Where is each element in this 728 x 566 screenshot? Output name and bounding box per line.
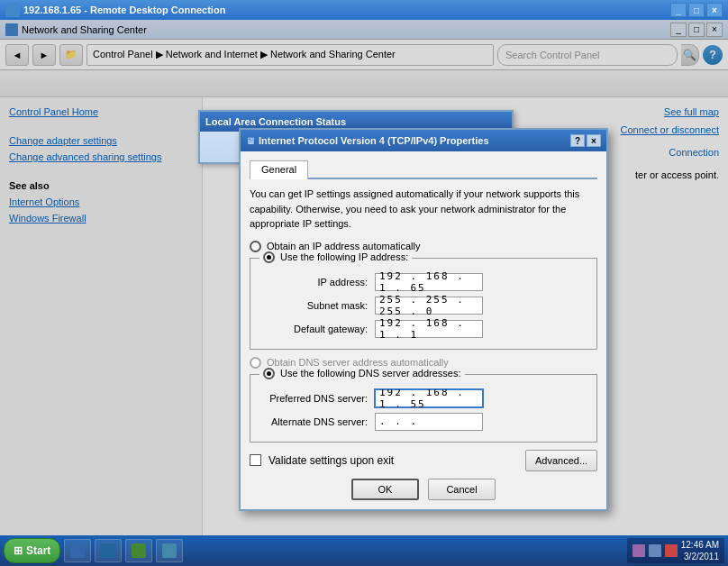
cancel-btn[interactable]: Cancel [428, 479, 496, 500]
tcpip-titlebar: 🖥 Internet Protocol Version 4 (TCP/IPv4)… [241, 130, 606, 151]
radio-manual-dns[interactable]: Use the following DNS server addresses: [263, 368, 461, 379]
alternate-dns-label: Alternate DNS server: [258, 416, 375, 427]
taskbar-item-1[interactable] [95, 539, 122, 562]
ok-btn[interactable]: OK [351, 479, 419, 500]
system-clock: 12:46 AM 3/2/2011 [681, 539, 719, 562]
rdp-title: 192.168.1.65 - Remote Desktop Connection [23, 5, 225, 15]
tcpip-dialog: 🖥 Internet Protocol Version 4 (TCP/IPv4)… [239, 128, 608, 511]
subnet-input[interactable]: 255 . 255 . 255 . 0 [375, 297, 483, 315]
radio-auto-dns-label: Obtain DNS server address automatically [267, 357, 449, 368]
tcpip-title: Internet Protocol Version 4 (TCP/IPv4) P… [259, 135, 489, 146]
tray-icon-network [649, 544, 661, 557]
subnet-field-row: Subnet mask: 255 . 255 . 255 . 0 [258, 297, 589, 315]
rdp-icon [5, 3, 20, 17]
radio-manual-ip-label: Use the following IP address: [280, 251, 408, 262]
taskbar: ⊞ Start 12:46 AM 3/2/2011 [0, 535, 728, 566]
alternate-dns-input[interactable]: . . . [375, 413, 483, 431]
rdp-title-controls: _ □ × [670, 3, 723, 17]
taskbar-icon-3 [162, 543, 177, 558]
info-text: You can get IP settings assigned automat… [250, 187, 597, 232]
rdp-restore-btn[interactable]: □ [688, 3, 705, 17]
alternate-dns-row: Alternate DNS server: . . . [258, 413, 589, 431]
start-label: Start [26, 544, 50, 557]
ip-group-legend: Use the following IP address: [259, 251, 412, 263]
rdp-minimize-btn[interactable]: _ [670, 3, 687, 17]
tray-icon-security [665, 544, 678, 557]
tcpip-dialog-controls: ? × [570, 134, 601, 147]
taskbar-icon-2 [132, 543, 146, 558]
dns-group-legend: Use the following DNS server addresses: [259, 368, 465, 379]
taskbar-item-3[interactable] [156, 539, 183, 562]
gateway-input[interactable]: 192 . 168 . 1 . 1 [375, 320, 483, 338]
tcpip-close-btn[interactable]: × [587, 134, 601, 147]
ip-field-row: IP address: 192 . 168 . 1 . 65 [258, 273, 589, 291]
rdp-close-btn[interactable]: × [706, 3, 723, 17]
system-tray: 12:46 AM 3/2/2011 [627, 538, 724, 563]
rdp-titlebar: 192.168.1.65 - Remote Desktop Connection… [0, 0, 728, 20]
advanced-btn[interactable]: Advanced... [525, 450, 597, 471]
gateway-field-row: Default gateway: 192 . 168 . 1 . 1 [258, 320, 589, 338]
preferred-dns-input[interactable]: 192 . 168 . 1 . 55 [375, 389, 483, 407]
radio-manual-dns-label: Use the following DNS server addresses: [280, 368, 461, 379]
validate-checkbox[interactable] [250, 454, 261, 466]
taskbar-icon-0 [70, 543, 85, 558]
clock-time: 12:46 AM [681, 539, 719, 551]
preferred-dns-row: Preferred DNS server: 192 . 168 . 1 . 55 [258, 389, 589, 407]
tab-general[interactable]: General [250, 160, 308, 179]
taskbar-item-0[interactable] [64, 539, 91, 562]
gateway-label: Default gateway: [258, 324, 375, 334]
ip-input[interactable]: 192 . 168 . 1 . 65 [375, 273, 483, 291]
radio-manual-dns-btn[interactable] [263, 368, 275, 379]
taskbar-icon-1 [101, 543, 115, 558]
radio-auto-ip-label: Obtain an IP address automatically [267, 241, 420, 251]
clock-date: 3/2/2011 [681, 551, 719, 562]
windows-logo-icon: ⊞ [14, 544, 23, 557]
start-button[interactable]: ⊞ Start [4, 538, 60, 563]
validate-label: Validate settings upon exit [268, 454, 394, 467]
taskbar-item-2[interactable] [125, 539, 152, 562]
radio-manual-ip-btn[interactable] [263, 251, 275, 263]
tcpip-help-btn[interactable]: ? [570, 134, 585, 147]
ip-group: Use the following IP address: IP address… [250, 258, 597, 350]
tcpip-content: General You can get IP settings assigned… [241, 151, 606, 509]
lac-title: Local Area Connection Status [205, 116, 346, 127]
radio-manual-ip[interactable]: Use the following IP address: [263, 251, 408, 263]
validate-row: Validate settings upon exit Advanced... [250, 450, 597, 471]
main-window: Network and Sharing Center _ □ × ◄ ► 📁 C… [0, 20, 728, 566]
ip-label: IP address: [258, 277, 375, 288]
dialog-action-row: OK Cancel [250, 479, 597, 500]
tab-bar: General [250, 159, 597, 179]
tray-icon-flag [632, 544, 645, 557]
preferred-dns-label: Preferred DNS server: [258, 393, 375, 404]
dns-group: Use the following DNS server addresses: … [250, 374, 597, 443]
subnet-label: Subnet mask: [258, 300, 375, 311]
